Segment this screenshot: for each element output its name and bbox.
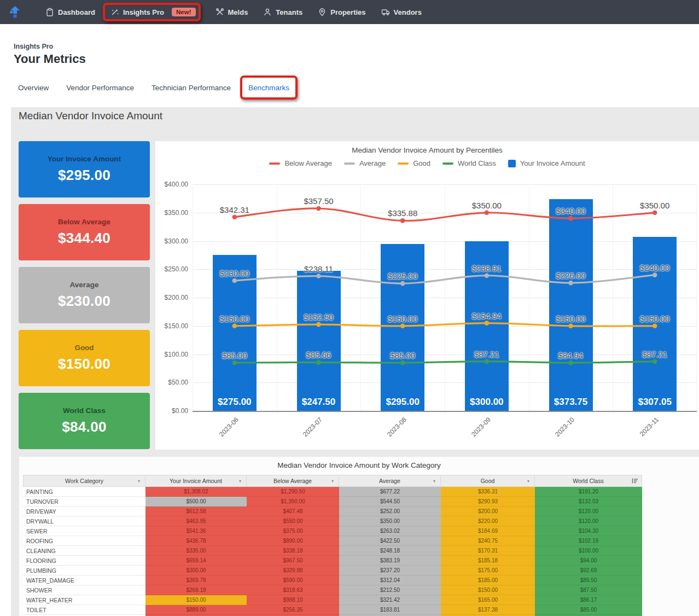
- page-head: Insights Pro Your Metrics: [14, 43, 86, 66]
- average-cell: $263.02: [339, 526, 441, 536]
- chart-legend: Below AverageAverageGoodWorld ClassYour …: [155, 159, 699, 167]
- legend-item-below-average[interactable]: Below Average: [269, 159, 332, 167]
- good-cell: $240.75: [441, 536, 535, 546]
- point-value-label: $342.31: [220, 205, 249, 214]
- average-cell: $350.00: [339, 516, 441, 526]
- below-average-cell: $590.00: [247, 576, 339, 585]
- column-header-below-average[interactable]: Below Average▾: [247, 475, 339, 487]
- work-category-cell: SEWER: [23, 526, 145, 536]
- work-category-cell: TURNOVER: [23, 497, 145, 507]
- point-value-label: $85.00: [390, 351, 415, 360]
- column-header-average[interactable]: Average▾: [339, 475, 441, 487]
- point-value-label: $150.00: [556, 314, 585, 323]
- nav-item-melds[interactable]: Melds: [215, 8, 248, 16]
- y-axis-tick-label: $0.00: [155, 407, 188, 415]
- insights-wand-icon: [110, 8, 119, 16]
- work-category-cell: WATER_HEATER: [23, 595, 145, 605]
- world-class-cell: $92.69: [535, 566, 642, 576]
- your-invoice-cell: $463.95: [145, 516, 247, 526]
- world-class-cell: $120.00: [535, 516, 642, 526]
- column-dropdown-caret-icon[interactable]: ▾: [527, 479, 529, 484]
- tab-vendor-performance[interactable]: Vendor Performance: [65, 83, 135, 93]
- legend-item-your-invoice-amount[interactable]: Your Invoice Amount: [508, 159, 585, 167]
- column-dropdown-caret-icon[interactable]: ▾: [433, 479, 435, 484]
- stat-card-label: Your Invoice Amount: [48, 155, 121, 163]
- bar-value-label: $295.00: [386, 397, 419, 408]
- point-below-average-2023-07: [316, 206, 321, 211]
- point-value-label: $84.94: [558, 351, 584, 360]
- column-header-good[interactable]: Good▾: [441, 475, 535, 487]
- nav-item-dashboard[interactable]: Dashboard: [45, 8, 95, 16]
- point-value-label: $225.00: [388, 271, 417, 281]
- average-cell: $252.00: [339, 507, 441, 516]
- point-value-label: $238.91: [472, 264, 502, 273]
- legend-item-world-class[interactable]: World Class: [442, 159, 496, 167]
- nav-item-insights-pro[interactable]: Insights ProNew!: [110, 8, 196, 16]
- column-dropdown-caret-icon[interactable]: ▾: [138, 479, 140, 484]
- column-header-label: Average: [379, 478, 400, 484]
- work-category-cell: PAINTING: [23, 487, 145, 497]
- point-below-average-2023-08: [400, 218, 405, 223]
- nav-item-properties[interactable]: Properties: [318, 8, 365, 16]
- app-logo[interactable]: [8, 5, 22, 20]
- breadcrumb-eyebrow: Insights Pro: [14, 43, 86, 50]
- work-category-cell: ROOFING: [23, 536, 145, 546]
- table-row-toilet: TOILET$889.00$256.35$183.81$137.38$85.00: [23, 605, 642, 615]
- y-axis-tick-label: $200.00: [155, 294, 188, 301]
- y-axis-tick-label: $150.00: [155, 322, 188, 330]
- work-category-table: Work Category▾Your Invoice Amount▾Below …: [23, 475, 642, 616]
- point-below-average-2023-06: [232, 214, 237, 219]
- point-average-2023-11: [653, 272, 657, 277]
- point-value-label: $340.00: [556, 206, 585, 216]
- tab-technician-performance[interactable]: Technician Performance: [150, 83, 232, 93]
- column-dropdown-caret-icon[interactable]: ▾: [331, 479, 334, 484]
- column-header-your-invoice-amount[interactable]: Your Invoice Amount▾: [145, 475, 247, 487]
- point-below-average-2023-10: [568, 216, 573, 221]
- point-value-label: $85.66: [306, 350, 331, 359]
- world-class-cell: $94.00: [535, 556, 642, 566]
- clipboard-icon: [45, 8, 54, 16]
- point-world-class-2023-09: [485, 359, 490, 364]
- legend-dash-swatch: [344, 162, 355, 165]
- column-header-label: Work Category: [65, 478, 103, 484]
- table-row-shower: SHOWER$269.18$318.63$212.50$150.00$87.50: [23, 585, 642, 595]
- work-category-cell: DRYWALL: [23, 516, 145, 526]
- point-value-label: $87.21: [642, 350, 667, 359]
- world-class-cell: $120.00: [535, 507, 642, 516]
- below-average-cell: $550.00: [247, 516, 339, 526]
- legend-item-good[interactable]: Good: [398, 159, 430, 167]
- column-header-label: Good: [481, 478, 495, 484]
- legend-item-average[interactable]: Average: [344, 159, 386, 167]
- nav-item-vendors[interactable]: Vendors: [381, 8, 422, 16]
- nav-items: DashboardInsights ProNew!MeldsTenantsPro…: [45, 8, 422, 16]
- stat-card-value: $84.00: [62, 419, 106, 435]
- point-value-label: $150.00: [220, 314, 249, 323]
- x-axis-tick-label: 2023-09: [470, 416, 492, 438]
- average-cell: $237.20: [339, 566, 441, 576]
- property-meld-logo-icon: [8, 5, 22, 20]
- good-cell: $170.31: [441, 546, 535, 556]
- column-dropdown-caret-icon[interactable]: ▾: [239, 479, 241, 484]
- good-cell: $150.00: [441, 585, 535, 595]
- tab-overview[interactable]: Overview: [17, 83, 50, 93]
- y-axis-tick-label: $350.00: [155, 209, 188, 217]
- average-cell: $212.50: [339, 585, 441, 595]
- bar-value-label: $307.05: [638, 397, 671, 408]
- good-cell: $137.38: [441, 605, 535, 615]
- point-value-label: $152.50: [304, 312, 333, 322]
- column-header-world-class[interactable]: World Class: [535, 475, 642, 487]
- good-cell: $336.31: [441, 487, 535, 497]
- your-invoice-cell: $150.00: [145, 595, 247, 605]
- x-axis-tick-label: 2023-10: [554, 416, 576, 438]
- legend-label: Your Invoice Amount: [520, 159, 585, 167]
- nav-item-tenants[interactable]: Tenants: [263, 8, 302, 16]
- world-class-cell: $87.50: [535, 585, 642, 595]
- legend-label: Good: [413, 159, 430, 167]
- average-cell: $677.22: [339, 487, 441, 497]
- tab-benchmarks[interactable]: Benchmarks: [247, 83, 290, 93]
- filter-menu-icon[interactable]: [632, 478, 638, 484]
- column-header-work-category[interactable]: Work Category▾: [23, 475, 145, 487]
- stat-card-label: Below Average: [58, 218, 110, 226]
- truck-icon: [381, 8, 390, 16]
- work-category-cell: PLUMBING: [23, 566, 145, 576]
